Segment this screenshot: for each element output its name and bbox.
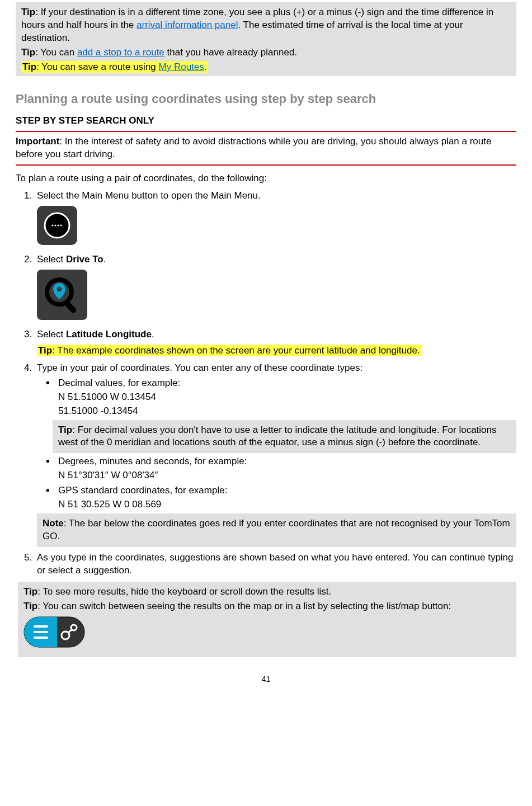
- step-5: As you type in the coordinates, suggesti…: [35, 552, 516, 657]
- tip-label: Tip: [21, 47, 35, 58]
- divider-red: [16, 164, 516, 166]
- subhead: STEP BY STEP SEARCH ONLY: [16, 115, 516, 128]
- svg-rect-13: [34, 637, 48, 639]
- tip-1: Tip: If your destination is in a differe…: [21, 6, 511, 45]
- step-2: Select Drive To.: [35, 253, 516, 324]
- list-map-toggle-icon: [23, 616, 85, 648]
- svg-point-2: [51, 224, 53, 226]
- steps-list: Select the Main Menu button to open the …: [16, 190, 516, 657]
- step-4: Type in your pair of coordinates. You ca…: [35, 362, 516, 547]
- svg-point-3: [54, 224, 56, 226]
- tip-2: Tip: You can add a stop to a route that …: [21, 46, 511, 59]
- link-my-routes[interactable]: My Routes: [159, 62, 204, 72]
- tip-box-top: Tip: If your destination is in a differe…: [16, 2, 516, 76]
- step-1: Select the Main Menu button to open the …: [35, 190, 516, 249]
- link-arrival-info[interactable]: arrival information panel: [136, 20, 238, 30]
- bullet-dms: Degrees, minutes and seconds, for exampl…: [56, 455, 516, 482]
- tip-label: Tip: [22, 62, 36, 72]
- drive-to-icon: [37, 270, 87, 320]
- svg-point-4: [57, 224, 59, 226]
- note-box: Note: The bar below the coordinates goes…: [37, 513, 516, 547]
- svg-point-5: [60, 224, 62, 226]
- divider-red: [16, 131, 516, 132]
- link-add-stop[interactable]: add a stop to a route: [77, 47, 164, 58]
- page-number: 41: [16, 674, 516, 685]
- svg-rect-12: [34, 631, 48, 633]
- bullet-gps: GPS standard coordinates, for example: N…: [56, 484, 516, 511]
- tip-box-results: Tip: To see more results, hide the keybo…: [18, 582, 516, 657]
- tip-box-decimal: Tip: For decimal values you don't have t…: [53, 420, 516, 454]
- step-3: Select Latitude Longitude. Tip: The exam…: [35, 328, 516, 357]
- bullet-decimal: Decimal values, for example: N 51.51000 …: [56, 377, 516, 418]
- tip-label: Tip: [21, 7, 35, 17]
- section-title: Planning a route using coordinates using…: [16, 91, 516, 107]
- main-menu-icon: [37, 206, 77, 245]
- svg-point-9: [57, 286, 62, 291]
- svg-rect-11: [34, 625, 48, 628]
- svg-point-1: [45, 213, 69, 238]
- intro: To plan a route using a pair of coordina…: [16, 172, 516, 185]
- tip-highlight: Tip: The example coordinates shown on th…: [37, 345, 421, 356]
- tip-3-wrap: Tip: You can save a route using My Route…: [21, 61, 511, 74]
- important-note: Important: In the interest of safety and…: [16, 135, 516, 161]
